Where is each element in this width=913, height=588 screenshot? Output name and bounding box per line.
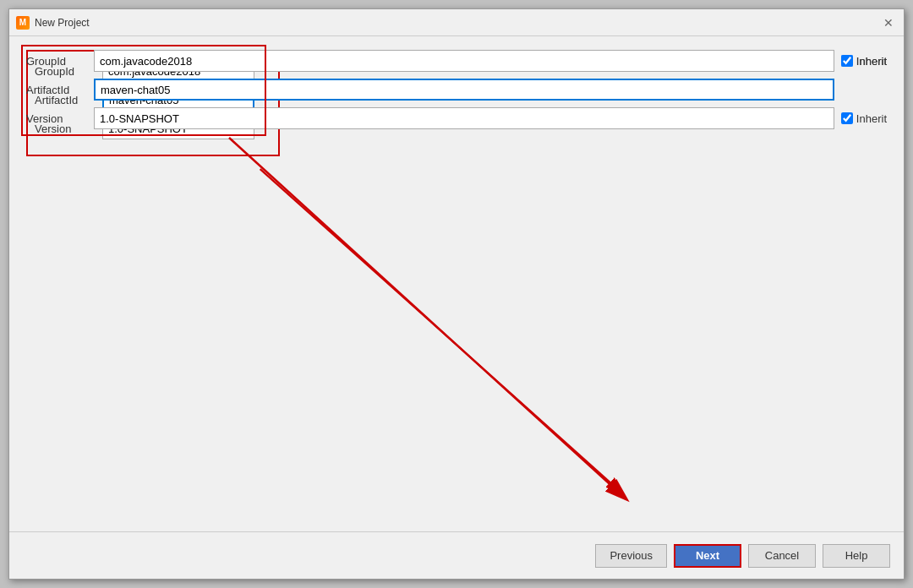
groupid-main-inherit-checkbox[interactable] xyxy=(841,55,853,67)
groupid-main-label: GroupId xyxy=(26,55,94,68)
version-main-label: Version xyxy=(26,112,94,125)
version-main-inherit-checkbox[interactable] xyxy=(841,112,853,124)
groupid-main-input[interactable] xyxy=(94,50,834,72)
window-title: New Project xyxy=(35,17,90,29)
version-main-input[interactable] xyxy=(94,107,834,129)
title-bar-left: M New Project xyxy=(16,16,90,30)
title-bar: M New Project ✕ xyxy=(9,9,904,36)
artifactid-main-input[interactable] xyxy=(94,79,834,101)
groupid-main-row: GroupId Inherit xyxy=(26,50,887,72)
next-button[interactable]: Next xyxy=(674,544,741,568)
dialog-window: M New Project ✕ GroupId ArtifactId xyxy=(8,8,905,580)
main-form-area: GroupId Inherit ArtifactId Version Inher… xyxy=(9,36,904,531)
app-icon: M xyxy=(16,16,30,30)
help-button[interactable]: Help xyxy=(823,544,890,568)
version-main-row: Version Inherit xyxy=(26,107,887,129)
close-button[interactable]: ✕ xyxy=(880,14,897,31)
svg-line-3 xyxy=(229,138,626,499)
cancel-button[interactable]: Cancel xyxy=(748,544,816,568)
artifactid-main-row: ArtifactId xyxy=(26,79,887,101)
version-main-inherit-label: Inherit xyxy=(856,112,887,125)
groupid-main-inherit-label: Inherit xyxy=(856,55,887,68)
dialog-footer: Previous Next Cancel Help xyxy=(9,531,904,579)
previous-button[interactable]: Previous xyxy=(595,544,667,568)
artifactid-main-label: ArtifactId xyxy=(26,84,94,96)
